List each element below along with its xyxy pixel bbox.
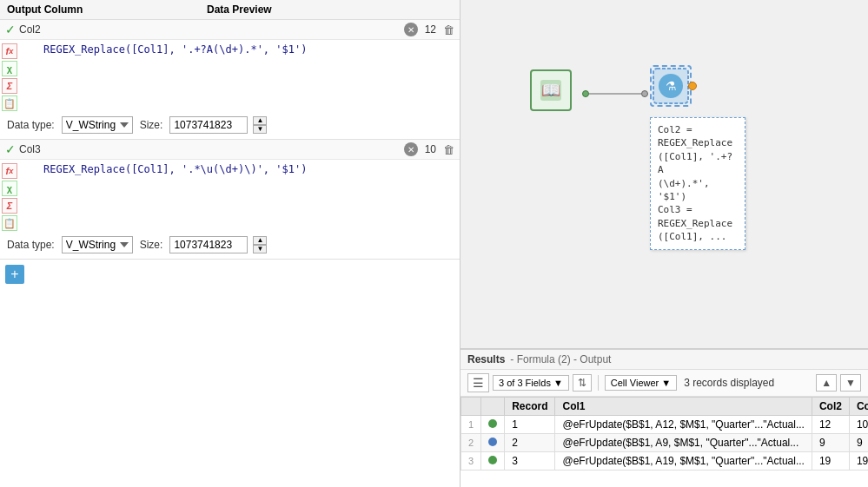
preview-val-2: 10 xyxy=(425,143,436,155)
size-input-2[interactable] xyxy=(169,236,248,253)
x-icon-1[interactable]: χ xyxy=(2,61,17,76)
table-row[interactable]: 3 3 @eFrUpdate($B$1, A19, $M$1, "Quarter… xyxy=(461,452,869,471)
datatype-label-2: Data type: xyxy=(7,239,55,251)
popup-line2: REGEX_Replace xyxy=(658,137,732,148)
hamburger-button[interactable]: ☰ xyxy=(467,373,489,392)
fields-dropdown-icon: ▼ xyxy=(553,378,563,388)
popup-line5: Col3 = xyxy=(658,204,692,215)
trash-icon-1[interactable]: 🗑 xyxy=(443,23,454,36)
table-row[interactable]: 2 2 @eFrUpdate($B$1, A9, $M$1, "Quarter"… xyxy=(461,434,869,452)
formula-text-2[interactable]: REGEX_Replace([Col1], '.*\u(\d+)\)', '$1… xyxy=(19,160,460,179)
datatype-select-2[interactable]: V_WString xyxy=(62,236,133,253)
popup-line7: ([Col1], ... xyxy=(658,231,726,242)
status-dot-2 xyxy=(488,438,497,446)
status-dot-1 xyxy=(488,419,497,428)
col-header-record: Record xyxy=(505,398,555,416)
datatype-row-2: Data type: V_WString Size: ▲ ▼ xyxy=(0,231,460,259)
popup-line4: (\d+).*', '$1') xyxy=(658,178,710,202)
formula-row-2: ✓ Col3 ✕ 10 🗑 xyxy=(0,140,460,160)
book-icon-1[interactable]: 📋 xyxy=(2,95,17,111)
cell-record-2: 2 xyxy=(505,434,555,452)
size-down-1[interactable]: ▼ xyxy=(253,125,267,134)
size-label-2: Size: xyxy=(140,239,163,251)
size-down-2[interactable]: ▼ xyxy=(253,245,267,253)
size-input-1[interactable] xyxy=(169,116,248,134)
results-header: Results - Formula (2) - Output xyxy=(461,350,868,370)
formula-popup: Col2 = REGEX_Replace ([Col1], '.+?A (\d+… xyxy=(650,117,745,250)
scroll-down-button[interactable]: ▼ xyxy=(840,374,861,392)
status-indicator-1 xyxy=(481,416,505,434)
col-header-status xyxy=(461,398,481,416)
formula-section-1: fx χ Σ 📋 REGEX_Replace([Col1], '.+?A(\d+… xyxy=(0,40,460,111)
right-panel: 📖 ⚗ Col2 = REGEX_Rep xyxy=(461,0,868,487)
cell-record-3: 3 xyxy=(505,452,555,471)
cell-col2-2: 9 xyxy=(812,434,849,452)
fields-button[interactable]: 3 of 3 Fields ▼ xyxy=(493,375,569,391)
input-dot xyxy=(641,90,648,97)
checkmark-icon-2: ✓ xyxy=(5,142,16,156)
formula-block-1: ✓ Col2 ✕ 12 🗑 fx χ Σ 📋 REGEX_Replace([Co… xyxy=(0,20,460,140)
close-btn-1[interactable]: ✕ xyxy=(404,23,418,36)
output-column-header: Output Column xyxy=(7,3,207,16)
svg-text:📖: 📖 xyxy=(541,81,561,100)
size-spinner-1: ▲ ▼ xyxy=(253,116,267,134)
results-title: Results xyxy=(467,353,505,365)
book-icon-2[interactable]: 📋 xyxy=(2,215,17,231)
formula-node-icon: ⚗ xyxy=(650,65,692,107)
x-icon-2[interactable]: χ xyxy=(2,181,17,196)
field-name-1: Col2 xyxy=(19,23,404,36)
trash-icon-2[interactable]: 🗑 xyxy=(443,143,454,156)
table-row[interactable]: 1 1 @eFrUpdate($B$1, A12, $M$1, "Quarter… xyxy=(461,416,869,434)
results-table-wrap[interactable]: Record Col1 Col2 Col3 1 1 @eFrUpdate($B$… xyxy=(461,397,868,487)
status-indicator-3 xyxy=(481,452,505,471)
col-header-col1: Col1 xyxy=(555,398,812,416)
popup-line1: Col2 = xyxy=(658,124,692,135)
field-name-2: Col3 xyxy=(19,143,404,155)
status-dot-3 xyxy=(488,456,497,464)
datatype-label-1: Data type: xyxy=(7,119,55,131)
cell-col2-1: 12 xyxy=(812,416,849,434)
row-num-2: 2 xyxy=(461,434,481,452)
formula-section-2: fx χ Σ 📋 REGEX_Replace([Col1], '.*\u(\d+… xyxy=(0,160,460,231)
fx-icon-1[interactable]: fx xyxy=(2,43,17,59)
preview-val-1: 12 xyxy=(425,23,436,36)
size-up-2[interactable]: ▲ xyxy=(253,236,267,245)
datatype-select-1[interactable]: V_WString xyxy=(62,116,133,134)
input-node-icon: 📖 xyxy=(530,69,572,111)
formula-row-1: ✓ Col2 ✕ 12 🗑 xyxy=(0,20,460,40)
cell-viewer-button[interactable]: Cell Viewer ▼ xyxy=(605,375,677,391)
size-up-1[interactable]: ▲ xyxy=(253,116,267,125)
datatype-row-1: Data type: V_WString Size: ▲ ▼ xyxy=(0,111,460,139)
panel-header: Output Column Data Preview xyxy=(0,0,460,20)
popup-line6: REGEX_Replace xyxy=(658,218,732,229)
cell-col3-2: 9 xyxy=(849,434,868,452)
svg-text:⚗: ⚗ xyxy=(666,79,677,93)
formula-content-1: REGEX_Replace([Col1], '.+?A(\d+).*', '$1… xyxy=(19,40,460,111)
row-num-1: 1 xyxy=(461,416,481,434)
canvas-area: 📖 ⚗ Col2 = REGEX_Rep xyxy=(461,0,868,348)
input-node[interactable]: 📖 xyxy=(530,69,572,111)
cell-record-1: 1 xyxy=(505,416,555,434)
popup-line3: ([Col1], '.+?A xyxy=(658,151,732,175)
sigma-icon-2[interactable]: Σ xyxy=(2,198,17,214)
fx-icon-2[interactable]: fx xyxy=(2,163,17,179)
formula-text-1[interactable]: REGEX_Replace([Col1], '.+?A(\d+).*', '$1… xyxy=(19,40,460,59)
add-formula-button[interactable]: + xyxy=(5,265,24,284)
close-btn-2[interactable]: ✕ xyxy=(404,142,418,156)
sort-button[interactable]: ⇅ xyxy=(573,374,592,392)
cell-viewer-label: Cell Viewer xyxy=(611,378,659,388)
formula-left-icons-1: fx χ Σ 📋 xyxy=(0,40,19,111)
formula-block-2: ✓ Col3 ✕ 10 🗑 fx χ Σ 📋 REGEX_Replace([Co… xyxy=(0,140,460,260)
output-dot xyxy=(582,90,589,97)
left-panel: Output Column Data Preview ✓ Col2 ✕ 12 🗑… xyxy=(0,0,461,487)
col-header-col3: Col3 xyxy=(849,398,868,416)
checkmark-icon-1: ✓ xyxy=(5,23,16,36)
formula-node[interactable]: ⚗ xyxy=(650,65,692,107)
connector-line xyxy=(582,90,648,97)
formula-output-dot xyxy=(688,82,697,90)
scroll-up-button[interactable]: ▲ xyxy=(816,374,837,392)
row-num-3: 3 xyxy=(461,452,481,471)
formula-content-2: REGEX_Replace([Col1], '.*\u(\d+)\)', '$1… xyxy=(19,160,460,231)
results-table: Record Col1 Col2 Col3 1 1 @eFrUpdate($B$… xyxy=(461,397,868,471)
sigma-icon-1[interactable]: Σ xyxy=(2,78,17,94)
